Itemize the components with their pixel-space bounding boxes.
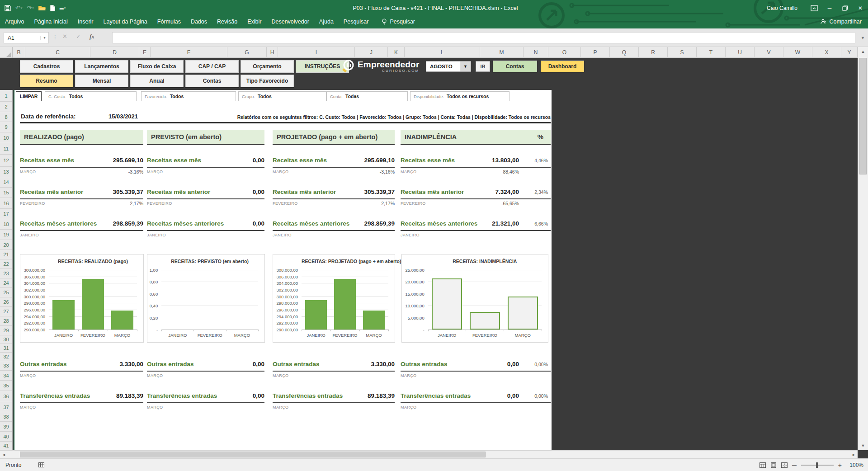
cancel-entry-icon[interactable]: ✕ (62, 33, 67, 40)
row-header-17[interactable]: 17 (0, 209, 12, 219)
redo-icon[interactable]: ↷▾ (27, 5, 33, 11)
row-header-20[interactable]: 20 (0, 240, 12, 250)
column-header-c[interactable]: C (25, 47, 90, 58)
zoom-out-icon[interactable]: ─ (792, 462, 797, 469)
row-header-23[interactable]: 23 (0, 269, 12, 278)
filter-disponibilidade[interactable]: Disponibilidade:Todos os recursos (410, 91, 509, 101)
chart-receitas-inadimplencia[interactable]: RECEITAS: INADIMPLÊNCIA25.000,0020.000,0… (401, 254, 548, 343)
column-header-o[interactable]: O (548, 47, 581, 58)
scroll-up-icon[interactable]: ▲ (858, 47, 868, 56)
row-header-34[interactable]: 34 (0, 371, 12, 381)
tab-desenvolvedor[interactable]: Desenvolvedor (266, 15, 314, 28)
row-header-24[interactable]: 24 (0, 278, 12, 288)
tell-me-search[interactable]: Pesquisar (382, 19, 415, 25)
row-header-33[interactable]: 33 (0, 361, 12, 371)
row-header-9[interactable]: 9 (0, 122, 12, 132)
row-header-26[interactable]: 26 (0, 297, 12, 307)
row-header-12[interactable]: 12 (0, 155, 12, 167)
tab-pagina-inicial[interactable]: Página Inicial (29, 15, 72, 28)
column-header-s[interactable]: S (668, 47, 697, 58)
nav-button-contas-right[interactable]: Contas (493, 61, 537, 72)
tab-layout-da-pagina[interactable]: Layout da Página (98, 15, 152, 28)
month-dropdown[interactable]: AGOSTO ▼ (426, 61, 471, 72)
account-user-name[interactable]: Caio Camillo (767, 5, 797, 11)
column-header-i[interactable]: I (278, 47, 355, 58)
row-header-25[interactable]: 25 (0, 288, 12, 297)
row-header-30[interactable]: 30 (0, 335, 12, 344)
nav-button-cadastros[interactable]: Cadastros (20, 60, 73, 73)
nav-button-cap-cap[interactable]: CAP / CAP (185, 60, 239, 73)
chart-receitas-realizado-pago[interactable]: RECEITAS: REALIZADO (pago)308.000,00306.… (20, 254, 144, 343)
column-header-b[interactable]: B (13, 47, 25, 58)
name-box[interactable]: A1 ▾ (4, 32, 49, 43)
restore-button[interactable] (837, 0, 853, 16)
row-header-15[interactable]: 15 (0, 188, 12, 198)
row-header-13[interactable]: 13 (0, 167, 12, 177)
column-header-d[interactable]: D (90, 47, 139, 58)
nav-button-lancamentos[interactable]: Lançamentos (75, 60, 128, 73)
row-header-27[interactable]: 27 (0, 307, 12, 316)
customize-qat-icon[interactable]: ▬▾ (60, 6, 66, 10)
row-header-38[interactable]: 38 (0, 412, 12, 422)
filter-grupo[interactable]: Grupo:Todos (238, 91, 326, 101)
filter-conta[interactable]: Conta:Todas (326, 91, 408, 101)
tab-revisao[interactable]: Revisão (212, 15, 242, 28)
vertical-scrollbar[interactable]: ▲ ▼ (858, 47, 868, 450)
page-layout-view-icon[interactable] (770, 462, 777, 468)
nav-button-resumo-2[interactable]: Resumo (20, 75, 73, 87)
row-header-37[interactable]: 37 (0, 402, 12, 412)
zoom-slider[interactable] (801, 465, 834, 466)
zoom-slider-thumb[interactable] (816, 462, 818, 468)
zoom-percentage[interactable]: 100% (846, 462, 863, 468)
chart-receitas-previsto-em-aberto[interactable]: RECEITAS: PREVISTO (em aberto)1,000,800,… (147, 254, 265, 343)
clear-filters-button[interactable]: LIMPAR (16, 91, 42, 101)
row-header-11[interactable]: 11 (0, 143, 12, 155)
confirm-entry-icon[interactable]: ✓ (76, 33, 81, 40)
row-header-39[interactable]: 39 (0, 422, 12, 432)
column-header-t[interactable]: T (697, 47, 726, 58)
tab-ajuda[interactable]: Ajuda (314, 15, 339, 28)
tab-pesquisar[interactable]: Pesquisar (339, 15, 374, 28)
nav-button-fluxo-de-caixa[interactable]: Fluxo de Caixa (130, 60, 184, 73)
normal-view-icon[interactable] (760, 462, 766, 468)
row-header-21[interactable]: 21 (0, 250, 12, 259)
row-header-14[interactable]: 14 (0, 177, 12, 188)
new-document-icon[interactable] (50, 5, 55, 11)
column-header-w[interactable]: W (783, 47, 812, 58)
filter-favorecido[interactable]: Favorecido:Todos (141, 91, 236, 101)
row-header-2[interactable]: 2 (0, 102, 12, 112)
go-button[interactable]: IR (476, 61, 490, 72)
insert-function-icon[interactable]: fx (90, 33, 94, 40)
column-header-g[interactable]: G (227, 47, 267, 58)
column-header-x[interactable]: X (812, 47, 841, 58)
nav-button-tipo-favorecido-2[interactable]: Tipo Favorecido (241, 75, 294, 87)
nav-button-orcamento[interactable]: Orçamento (241, 60, 294, 73)
horizontal-scroll-thumb[interactable] (20, 452, 486, 457)
name-box-dropdown-icon[interactable]: ▾ (40, 36, 48, 40)
vertical-scroll-thumb[interactable] (859, 58, 867, 174)
row-header-10[interactable]: 10 (0, 132, 12, 143)
row-header-19[interactable]: 19 (0, 230, 12, 240)
column-header-h[interactable]: H (267, 47, 278, 58)
nav-button-dashboard-right[interactable]: Dashboard (541, 61, 584, 72)
nav-button-contas-2[interactable]: Contas (185, 75, 239, 87)
scroll-down-icon[interactable]: ▼ (858, 441, 868, 450)
formula-bar-expand-icon[interactable]: ▼ (858, 32, 868, 44)
row-header-32[interactable]: 32 (0, 353, 12, 361)
row-header-29[interactable]: 29 (0, 326, 12, 335)
ribbon-display-options-icon[interactable] (807, 0, 822, 16)
tab-inserir[interactable]: Inserir (73, 15, 99, 28)
column-header-y[interactable]: Y (841, 47, 858, 58)
column-header-v[interactable]: V (755, 47, 783, 58)
nav-button-mensal-2[interactable]: Mensal (75, 75, 128, 87)
horizontal-scrollbar[interactable]: ◄ ► (0, 450, 858, 458)
formula-input[interactable] (112, 32, 855, 43)
nav-button-anual-2[interactable]: Anual (130, 75, 184, 87)
share-button[interactable]: Compartilhar (821, 15, 862, 28)
zoom-in-icon[interactable]: + (838, 462, 842, 469)
row-header-16[interactable]: 16 (0, 198, 12, 209)
row-header-18[interactable]: 18 (0, 219, 12, 230)
column-header-f[interactable]: F (151, 47, 227, 58)
filter-c-custo[interactable]: C. Custo:Todos (45, 91, 137, 101)
scroll-right-icon[interactable]: ► (850, 451, 858, 458)
